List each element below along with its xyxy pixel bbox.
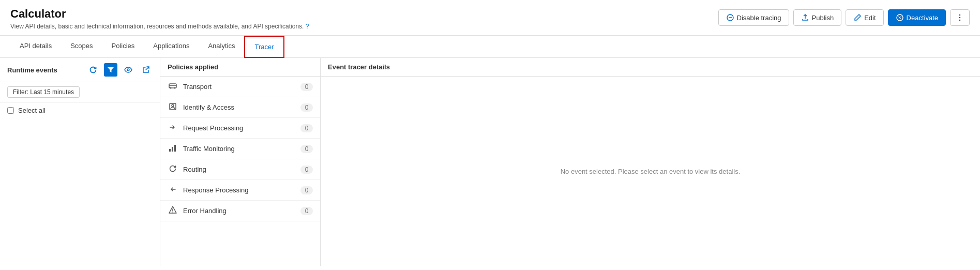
policy-item-traffic-monitoring[interactable]: Traffic Monitoring 0 — [160, 139, 320, 159]
response-count: 0 — [300, 186, 313, 194]
svg-rect-11 — [169, 149, 171, 152]
filter-icon — [107, 66, 114, 73]
identify-icon — [168, 102, 178, 112]
deactivate-icon — [896, 13, 904, 22]
runtime-events-header: Runtime events — [0, 58, 160, 82]
traffic-icon — [168, 144, 178, 154]
help-link[interactable]: ? — [306, 23, 309, 30]
svg-point-10 — [172, 104, 174, 107]
svg-rect-12 — [172, 147, 173, 152]
traffic-name: Traffic Monitoring — [183, 145, 235, 153]
tab-api-details[interactable]: API details — [10, 36, 61, 57]
edit-icon — [853, 13, 862, 22]
request-icon — [168, 123, 178, 133]
edit-button[interactable]: Edit — [846, 9, 883, 26]
tab-policies[interactable]: Policies — [102, 36, 144, 57]
transport-count: 0 — [300, 83, 313, 91]
svg-point-7 — [170, 87, 172, 89]
routing-icon — [168, 164, 178, 174]
error-name: Error Handling — [183, 207, 227, 215]
identify-count: 0 — [300, 103, 313, 112]
transport-icon — [168, 82, 178, 92]
svg-point-3 — [959, 17, 960, 18]
request-name: Request Processing — [183, 124, 243, 132]
refresh-icon — [89, 66, 97, 74]
export-button[interactable] — [139, 63, 153, 77]
middle-panel: Policies applied Transport 0 — [160, 58, 321, 266]
header-left: Calculator View API details, basic and t… — [10, 7, 309, 30]
traffic-count: 0 — [300, 145, 313, 153]
runtime-events-title: Runtime events — [7, 66, 57, 74]
policies-applied-header: Policies applied — [160, 58, 320, 77]
eye-icon — [124, 66, 132, 74]
export-icon — [142, 66, 150, 74]
policy-item-error-handling[interactable]: Error Handling 0 — [160, 201, 320, 221]
refresh-button[interactable] — [86, 63, 100, 77]
svg-point-8 — [174, 87, 176, 89]
select-all-row: Select all — [0, 102, 160, 118]
svg-point-5 — [127, 69, 129, 71]
svg-point-14 — [172, 212, 173, 212]
policy-item-request-processing[interactable]: Request Processing 0 — [160, 118, 320, 139]
routing-name: Routing — [183, 166, 206, 173]
page-header: Calculator View API details, basic and t… — [0, 0, 980, 36]
right-panel: Event tracer details No event selected. … — [321, 58, 980, 266]
identify-name: Identify & Access — [183, 103, 234, 111]
select-all-checkbox[interactable] — [7, 107, 14, 114]
left-panel: Runtime events — [0, 58, 160, 266]
tab-scopes[interactable]: Scopes — [61, 36, 102, 57]
svg-point-2 — [959, 14, 960, 16]
header-actions: Disable tracing Publish Edit Deactivate — [718, 7, 970, 26]
nav-tabs: API details Scopes Policies Applications… — [0, 36, 980, 58]
eye-button[interactable] — [122, 63, 135, 77]
error-count: 0 — [300, 207, 313, 215]
more-options-button[interactable] — [950, 9, 970, 26]
tab-tracer[interactable]: Tracer — [244, 36, 284, 58]
policy-item-transport[interactable]: Transport 0 — [160, 77, 320, 97]
filter-bar: Filter: Last 15 minutes — [0, 82, 160, 102]
request-count: 0 — [300, 124, 313, 132]
publish-icon — [801, 13, 809, 22]
select-all-label[interactable]: Select all — [18, 107, 46, 114]
policy-item-response-processing[interactable]: Response Processing 0 — [160, 180, 320, 201]
content-area: Runtime events — [0, 58, 980, 266]
disable-tracing-icon — [726, 13, 734, 22]
filter-button[interactable] — [104, 63, 117, 77]
more-vertical-icon — [956, 13, 964, 22]
policy-item-identify-access[interactable]: Identify & Access 0 — [160, 97, 320, 118]
svg-rect-13 — [174, 145, 176, 152]
page-subtitle: View API details, basic and technical in… — [10, 23, 309, 30]
policy-item-routing[interactable]: Routing 0 — [160, 159, 320, 180]
deactivate-button[interactable]: Deactivate — [888, 9, 946, 26]
runtime-events-actions — [86, 63, 153, 77]
disable-tracing-button[interactable]: Disable tracing — [718, 9, 789, 26]
response-icon — [168, 185, 178, 195]
response-name: Response Processing — [183, 186, 248, 194]
publish-button[interactable]: Publish — [793, 9, 842, 26]
tab-applications[interactable]: Applications — [144, 36, 199, 57]
svg-point-4 — [959, 20, 960, 21]
event-tracer-empty: No event selected. Please select an even… — [321, 77, 980, 266]
tab-analytics[interactable]: Analytics — [199, 36, 244, 57]
error-icon — [168, 206, 178, 216]
routing-count: 0 — [300, 166, 313, 174]
page-title: Calculator — [10, 7, 309, 21]
event-tracer-header: Event tracer details — [321, 58, 980, 77]
transport-name: Transport — [183, 83, 212, 91]
filter-badge[interactable]: Filter: Last 15 minutes — [7, 86, 80, 98]
